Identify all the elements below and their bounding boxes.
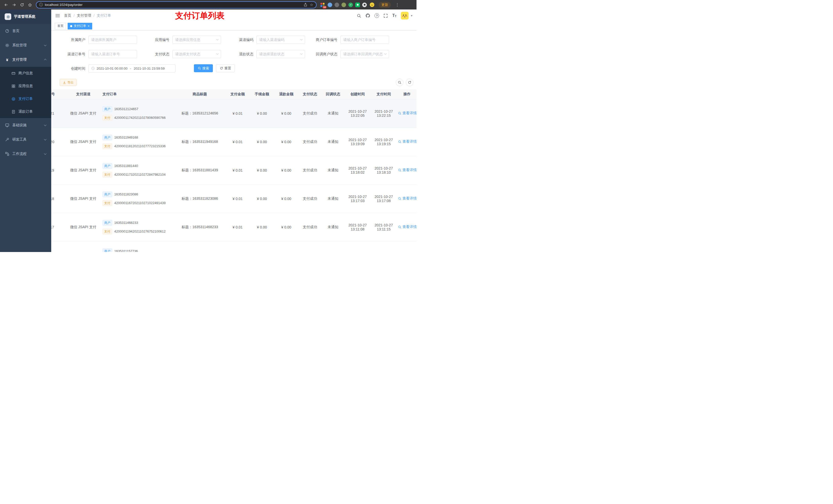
pay-tag: 支付 bbox=[102, 115, 112, 121]
extension-blue-icon[interactable] bbox=[328, 3, 332, 7]
view-detail-link[interactable]: 查看详情 bbox=[398, 168, 416, 172]
col-channel: 支付渠道 bbox=[67, 89, 100, 99]
sidebar-item-pay-order[interactable]: 支付订单 bbox=[0, 93, 51, 105]
cell-create-time: 2021-10-27 13:18:02 bbox=[344, 156, 371, 184]
fullscreen-icon[interactable] bbox=[383, 14, 388, 18]
help-icon[interactable]: ? bbox=[375, 13, 379, 18]
address-bar[interactable]: ⓘ localhost:1024/pay/order ☆ bbox=[36, 1, 317, 8]
extension-gray-icon[interactable] bbox=[335, 3, 339, 7]
refund-status-field[interactable] bbox=[259, 52, 300, 56]
merchant-order-field[interactable] bbox=[343, 38, 386, 42]
extension-smiley-icon[interactable] bbox=[369, 2, 375, 8]
pay-status-select[interactable] bbox=[172, 50, 221, 58]
user-avatar[interactable] bbox=[401, 12, 409, 20]
table-row[interactable]: 119 微信 JSAPI 支付 商户 1635311881440 支付 bbox=[51, 156, 416, 184]
logo[interactable]: 芋道管理系统 bbox=[0, 9, 51, 24]
view-detail-link[interactable]: 查看详情 bbox=[398, 224, 416, 229]
refund-status-select[interactable] bbox=[256, 50, 305, 58]
github-icon[interactable] bbox=[365, 13, 370, 18]
breadcrumb-item-payment[interactable]: 支付管理 bbox=[77, 13, 91, 18]
extension-check-icon[interactable]: ✓ bbox=[348, 3, 353, 7]
sidebar-item-dev-tools[interactable]: 研发工具 bbox=[0, 133, 51, 147]
cell-refund-amount: ¥ 0.00 bbox=[274, 127, 299, 156]
browser-forward-icon[interactable] bbox=[10, 1, 18, 8]
sidebar-item-app-info[interactable]: 应用信息 bbox=[0, 80, 51, 93]
extensions-pin-icon[interactable] bbox=[362, 3, 367, 7]
table-row[interactable]: 商户 1635311157736 支付 bbox=[51, 241, 416, 252]
extension-olive-icon[interactable] bbox=[341, 3, 346, 7]
sidebar-item-system[interactable]: 系统管理 bbox=[0, 38, 51, 52]
table-row[interactable]: 121 微信 JSAPI 支付 商户 1635312124657 支付 bbox=[51, 99, 416, 127]
sidebar-toggle-icon[interactable] bbox=[55, 14, 60, 18]
sidebar-item-merchant-info[interactable]: 商户信息 bbox=[0, 67, 51, 80]
merchant-input[interactable] bbox=[88, 35, 137, 44]
cell-pay-time: 2021-10-27 13:11:15 bbox=[371, 213, 397, 241]
sidebar-item-refund-order[interactable]: 退款订单 bbox=[0, 105, 51, 118]
export-button[interactable]: 导出 bbox=[60, 79, 77, 86]
refresh-button[interactable] bbox=[406, 79, 413, 86]
channel-order-field[interactable] bbox=[91, 52, 134, 56]
browser-menu-icon[interactable]: ⋮ bbox=[395, 2, 400, 7]
cell-notify-status: 未通知 bbox=[322, 156, 344, 184]
search-button[interactable]: 搜索 bbox=[194, 64, 213, 72]
browser-update-button[interactable]: 更新 bbox=[379, 2, 391, 8]
table-row[interactable]: 118 微信 JSAPI 支付 商户 1635311823086 支付 bbox=[51, 184, 416, 213]
cell-pay-status: 支付成功 bbox=[299, 213, 322, 241]
date-end[interactable]: 2021-10-31 23:59:59 bbox=[134, 67, 165, 70]
cell-pay-status: 支付成功 bbox=[299, 184, 322, 213]
cell-refund-amount: ¥ 0.00 bbox=[274, 184, 299, 213]
tab-close-icon[interactable]: × bbox=[88, 24, 90, 28]
cell-create-time: 2021-10-27 13:17:03 bbox=[344, 184, 371, 213]
table-row[interactable]: 117 微信 JSAPI 支付 商户 1635311468233 支付 bbox=[51, 213, 416, 241]
merchant-order-input[interactable] bbox=[340, 35, 389, 44]
merchant-input-field[interactable] bbox=[91, 38, 134, 42]
share-icon[interactable] bbox=[304, 3, 307, 7]
reset-button[interactable]: 重置 bbox=[216, 64, 235, 72]
tags-view: 首页 支付订单 × bbox=[51, 22, 416, 30]
pay-status-field[interactable] bbox=[175, 52, 215, 56]
sidebar-item-workflow[interactable]: 工作流程 bbox=[0, 147, 51, 161]
date-start[interactable]: 2021-10-01 00:00:00 bbox=[97, 67, 127, 70]
channel-code-select[interactable] bbox=[256, 35, 305, 44]
create-time-range-picker[interactable]: 2021-10-01 00:00:00 - 2021-10-31 23:59:5… bbox=[88, 64, 175, 72]
browser-back-icon[interactable] bbox=[3, 1, 9, 8]
sidebar-item-label: 支付管理 bbox=[12, 57, 27, 62]
table-row[interactable]: 120 微信 JSAPI 支付 商户 1635311949168 支付 bbox=[51, 127, 416, 156]
cell-notify-status bbox=[322, 241, 344, 252]
date-separator: - bbox=[130, 67, 131, 70]
site-info-icon[interactable]: ⓘ bbox=[39, 3, 43, 7]
user-menu-caret-icon[interactable]: ▾ bbox=[411, 14, 412, 18]
sidebar: 芋道管理系统 首页 系统管理 ¥ 支付管理 商户信息 bbox=[0, 9, 51, 252]
sidebar-item-infrastructure[interactable]: 基础设施 bbox=[0, 118, 51, 133]
browser-home-icon[interactable] bbox=[26, 1, 33, 8]
browser-reload-icon[interactable] bbox=[19, 1, 25, 8]
notify-status-field[interactable] bbox=[343, 52, 383, 56]
sidebar-item-label: 研发工具 bbox=[12, 137, 27, 142]
breadcrumb-separator: / bbox=[73, 14, 74, 18]
cell-refund-amount bbox=[274, 241, 299, 252]
extension-chat-icon[interactable] bbox=[355, 3, 360, 7]
bookmark-star-icon[interactable]: ☆ bbox=[310, 3, 313, 7]
cell-actions: 查看详情 bbox=[397, 184, 416, 213]
tab-home[interactable]: 首页 bbox=[55, 23, 66, 29]
app-select-field[interactable] bbox=[175, 38, 215, 42]
search-icon[interactable] bbox=[357, 14, 361, 18]
filter-create-time: 创建时间 2021-10-01 00:00:00 - 2021-10-31 23… bbox=[60, 64, 175, 72]
channel-order-input[interactable] bbox=[88, 50, 137, 58]
breadcrumb-item-home[interactable]: 首页 bbox=[64, 13, 71, 18]
sidebar-item-home[interactable]: 首页 bbox=[0, 24, 51, 38]
app-select[interactable] bbox=[172, 35, 221, 44]
cell-pay-status: 支付成功 bbox=[299, 156, 322, 184]
sidebar-item-payment[interactable]: ¥ 支付管理 bbox=[0, 52, 51, 67]
font-size-icon[interactable]: TT bbox=[392, 14, 397, 18]
cell-channel: 微信 JSAPI 支付 bbox=[67, 127, 100, 156]
channel-code-field[interactable] bbox=[259, 38, 300, 42]
view-detail-link[interactable]: 查看详情 bbox=[398, 139, 416, 144]
tab-pay-order[interactable]: 支付订单 × bbox=[68, 23, 92, 29]
view-detail-link[interactable]: 查看详情 bbox=[398, 111, 416, 116]
notify-status-select[interactable] bbox=[340, 50, 389, 58]
chevron-down-icon bbox=[44, 124, 47, 126]
extension-tabs-icon[interactable]: 10 bbox=[320, 2, 325, 8]
view-detail-link[interactable]: 查看详情 bbox=[398, 196, 416, 201]
hide-search-button[interactable] bbox=[396, 79, 403, 86]
